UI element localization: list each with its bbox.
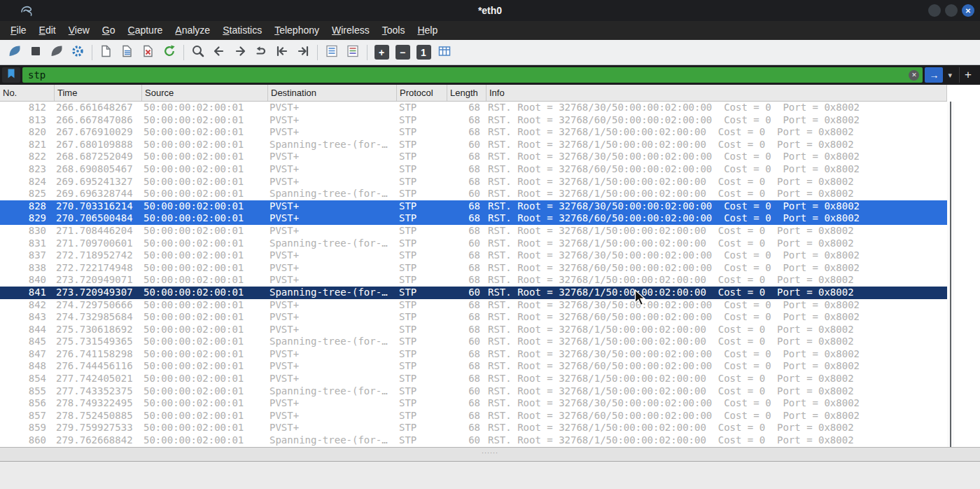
packet-cell: 60 [447,139,486,151]
packet-row-813[interactable]: 813266.66784708650:00:00:02:00:01PVST+ST… [0,114,947,127]
add-filter-button[interactable]: + [959,67,976,83]
packet-cell: 841 [0,287,55,299]
column-header-destination[interactable]: Destination [268,85,397,101]
find-packet-button[interactable] [188,43,209,62]
menu-file[interactable]: File [4,21,33,40]
display-filter-input[interactable]: stp ✕ [22,67,923,83]
packet-row-840[interactable]: 840273.72094907150:00:00:02:00:01PVST+ST… [0,274,947,287]
menu-statistics[interactable]: Statistics [216,21,268,40]
column-header-length[interactable]: Length [447,85,486,101]
packet-cell: RST. Root = 32768/1/50:00:00:02:00:00 Co… [486,139,947,151]
menu-analyze[interactable]: Analyze [169,21,216,40]
packet-row-821[interactable]: 821267.68010988850:00:00:02:00:01Spannin… [0,139,947,151]
packet-cell: 266.667847086 [55,114,142,127]
capture-options-button[interactable] [67,43,88,62]
packet-row-860[interactable]: 860279.76266884250:00:00:02:00:01Spannin… [0,434,947,447]
packet-row-838[interactable]: 838272.72217494850:00:00:02:00:01PVST+ST… [0,262,947,275]
menu-help[interactable]: Help [411,21,444,40]
packet-row-848[interactable]: 848276.74445611650:00:00:02:00:01PVST+ST… [0,360,947,373]
open-file-button[interactable] [96,43,117,62]
save-file-button[interactable] [117,43,138,62]
packet-cell: STP [397,348,447,361]
auto-scroll-button[interactable] [321,43,342,62]
vertical-scrollbar[interactable] [947,102,954,447]
menu-tools[interactable]: Tools [376,21,412,40]
menu-view[interactable]: View [62,21,96,40]
last-packet-button[interactable] [293,43,314,62]
packet-cell: 267.680109888 [55,139,142,151]
reload-file-button[interactable] [159,43,180,62]
minimize-button[interactable] [928,4,941,17]
toolbar-separator [367,45,368,60]
packet-row-824[interactable]: 824269.69524132750:00:00:02:00:01PVST+ST… [0,176,947,188]
packet-row-829[interactable]: 829270.70650048450:00:00:02:00:01PVST+ST… [0,212,947,225]
packet-row-857[interactable]: 857278.75245088550:00:00:02:00:01PVST+ST… [0,410,947,422]
scrollbar-thumb[interactable] [950,102,951,447]
restart-capture-button[interactable] [46,43,67,62]
packet-cell: PVST+ [268,200,397,213]
menu-wireless[interactable]: Wireless [326,21,376,40]
close-button[interactable]: ✕ [962,4,974,17]
zoom-100-button[interactable]: 1 [413,43,434,62]
packet-cell: 277.742405021 [55,373,142,385]
menu-capture[interactable]: Capture [122,21,169,40]
filter-dropdown-chevron-icon[interactable]: ▾ [945,71,955,80]
packet-row-841[interactable]: 841273.72094930750:00:00:02:00:01Spannin… [0,287,947,299]
stop-capture-button[interactable] [25,43,46,62]
packet-cell: PVST+ [268,151,397,163]
packet-cell: 275.730618692 [55,324,142,336]
go-to-packet-button[interactable] [251,43,272,62]
packet-row-856[interactable]: 856278.74932249550:00:00:02:00:01PVST+ST… [0,397,947,410]
maximize-button[interactable] [945,4,958,17]
packet-row-847[interactable]: 847276.74115829850:00:00:02:00:01PVST+ST… [0,348,947,361]
packet-cell: 274.729750666 [55,299,142,312]
resize-columns-button[interactable] [434,43,455,62]
packet-row-844[interactable]: 844275.73061869250:00:00:02:00:01PVST+ST… [0,324,947,336]
filter-bookmark-button[interactable] [2,67,20,83]
menu-edit[interactable]: Edit [33,21,62,40]
clear-filter-icon[interactable]: ✕ [909,70,919,81]
start-capture-button[interactable] [4,43,25,62]
packet-row-822[interactable]: 822268.68725204950:00:00:02:00:01PVST+ST… [0,151,947,163]
packet-row-855[interactable]: 855277.74335237550:00:00:02:00:01Spannin… [0,385,947,398]
packet-row-812[interactable]: 812266.66164826750:00:00:02:00:01PVST+ST… [0,102,947,114]
packet-cell: 276.741158298 [55,348,142,361]
packet-cell: Spanning-tree-(for-… [268,188,397,200]
packet-row-859[interactable]: 859279.75992753350:00:00:02:00:01PVST+ST… [0,422,947,434]
column-header-info[interactable]: Info [486,85,947,101]
zoom-out-button[interactable]: − [392,43,413,62]
packet-row-820[interactable]: 820267.67691002950:00:00:02:00:01PVST+ST… [0,126,947,139]
packet-cell: RST. Root = 32768/60/50:00:00:02:00:00 C… [486,212,947,225]
packet-row-825[interactable]: 825269.69632874450:00:00:02:00:01Spannin… [0,188,947,200]
go-back-button[interactable] [209,43,230,62]
packet-cell: 50:00:00:02:00:01 [142,163,268,176]
packet-cell: Spanning-tree-(for-… [268,385,397,398]
packet-row-831[interactable]: 831271.70970060150:00:00:02:00:01Spannin… [0,237,947,250]
packet-cell: 50:00:00:02:00:01 [142,410,268,422]
menu-telephony[interactable]: Telephony [268,21,326,40]
packet-row-837[interactable]: 837272.71895274250:00:00:02:00:01PVST+ST… [0,249,947,262]
menu-go[interactable]: Go [96,21,122,40]
packet-row-845[interactable]: 845275.73154936550:00:00:02:00:01Spannin… [0,336,947,348]
column-header-protocol[interactable]: Protocol [397,85,447,101]
first-packet-button[interactable] [272,43,293,62]
packet-cell: 50:00:00:02:00:01 [142,200,268,213]
packet-row-842[interactable]: 842274.72975066650:00:00:02:00:01PVST+ST… [0,299,947,312]
packet-cell: 272.718952742 [55,249,142,262]
packet-row-828[interactable]: 828270.70331621450:00:00:02:00:01PVST+ST… [0,200,947,213]
colorize-button[interactable] [342,43,363,62]
column-header-time[interactable]: Time [55,85,142,101]
go-forward-button[interactable] [230,43,251,62]
zoom-in-button[interactable]: + [371,43,392,62]
column-header-no[interactable]: No. [0,85,55,101]
packet-cell: 50:00:00:02:00:01 [142,422,268,434]
packet-row-830[interactable]: 830271.70844620450:00:00:02:00:01PVST+ST… [0,225,947,237]
packet-row-843[interactable]: 843274.73298568450:00:00:02:00:01PVST+ST… [0,311,947,324]
column-header-source[interactable]: Source [142,85,268,101]
pane-splitter[interactable]: ······ [0,447,980,461]
apply-filter-button[interactable]: → [925,67,943,83]
packet-cell: 50:00:00:02:00:01 [142,176,268,188]
close-file-button[interactable] [138,43,159,62]
packet-row-854[interactable]: 854277.74240502150:00:00:02:00:01PVST+ST… [0,373,947,385]
packet-row-823[interactable]: 823268.69080546750:00:00:02:00:01PVST+ST… [0,163,947,176]
